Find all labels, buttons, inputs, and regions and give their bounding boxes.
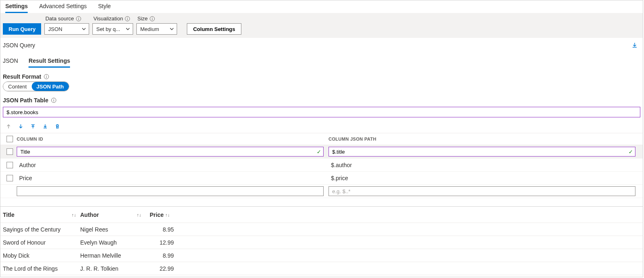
cell-title: The Lord of the Rings [3, 265, 80, 272]
column-actions [0, 117, 643, 133]
sort-icon: ↑↓ [72, 212, 76, 217]
cell-price: 8.99 [145, 252, 174, 259]
cell-author: J. R. R. Tolkien [80, 265, 145, 272]
svg-point-13 [53, 99, 54, 99]
delete-icon[interactable] [54, 123, 61, 130]
chevron-down-icon [169, 26, 174, 31]
row-checkbox[interactable] [7, 175, 13, 181]
result-format-json-path[interactable]: JSON Path [32, 82, 69, 91]
results-row[interactable]: Sword of HonourEvelyn Waugh12.99 [0, 236, 643, 249]
column-id-text: Author [17, 162, 36, 168]
tab-style[interactable]: Style [98, 3, 111, 13]
move-to-top-icon[interactable] [30, 123, 36, 130]
svg-point-4 [127, 17, 128, 18]
svg-point-7 [152, 17, 152, 18]
results-header-price[interactable]: Price ↑↓ [145, 212, 174, 218]
visualization-select[interactable]: Set by q... [92, 23, 133, 35]
cell-price: 12.99 [145, 239, 174, 246]
run-query-button[interactable]: Run Query [3, 23, 41, 35]
results-row[interactable]: The Lord of the RingsJ. R. R. Tolkien22.… [0, 262, 643, 275]
size-select[interactable]: Medium [136, 23, 177, 35]
sort-icon: ↑↓ [165, 212, 170, 217]
svg-rect-11 [46, 76, 47, 78]
checkmark-icon: ✓ [317, 149, 321, 155]
download-icon[interactable] [631, 42, 638, 49]
svg-point-1 [78, 17, 79, 18]
visualization-label: Visualization [92, 15, 133, 22]
results-row[interactable]: Moby DickHerman Melville8.99 [0, 249, 643, 262]
tab-advanced-settings[interactable]: Advanced Settings [39, 3, 87, 13]
row-checkbox[interactable] [7, 148, 13, 155]
cell-author: Herman Melville [80, 252, 145, 259]
svg-rect-2 [78, 18, 79, 20]
json-path-table-input[interactable] [3, 107, 640, 117]
tab-settings[interactable]: Settings [5, 3, 28, 13]
info-icon [51, 97, 57, 103]
new-column-id-input[interactable] [17, 186, 324, 196]
sort-icon: ↑↓ [137, 212, 141, 217]
column-path-text: $.price [329, 175, 348, 181]
column-settings-button[interactable]: Column Settings [187, 23, 241, 35]
svg-point-10 [46, 75, 46, 76]
cell-title: Moby Dick [3, 252, 80, 259]
top-tabs: Settings Advanced Settings Style [0, 0, 643, 13]
move-down-icon[interactable] [18, 123, 24, 130]
cell-author: Nigel Rees [80, 226, 145, 233]
result-format-toggle: Content JSON Path [3, 82, 69, 91]
result-format-content[interactable]: Content [3, 82, 32, 91]
row-checkbox[interactable] [7, 162, 13, 168]
result-format-label: Result Format [0, 68, 643, 82]
info-icon [76, 16, 81, 22]
json-query-label: JSON Query [3, 42, 35, 49]
column-row[interactable]: Price$.price [0, 172, 643, 185]
column-json-path-header[interactable]: COLUMN JSON PATH [329, 137, 640, 141]
cell-price: 22.99 [145, 265, 174, 272]
results-table: Title ↑↓ Author ↑↓ Price ↑↓ Sayings of t… [0, 206, 643, 275]
toolbar: Run Query Data source JSON Visualization… [0, 13, 643, 38]
move-up-icon[interactable] [5, 123, 12, 130]
column-row[interactable]: Author$.author [0, 159, 643, 172]
datasource-label: Data source [44, 15, 89, 22]
info-icon [149, 16, 155, 22]
column-id-input[interactable] [17, 147, 324, 157]
size-label: Size [136, 15, 177, 22]
cell-price: 8.95 [145, 226, 174, 233]
chevron-down-icon [125, 26, 130, 31]
column-path-input[interactable] [329, 147, 635, 157]
cell-title: Sayings of the Century [3, 226, 80, 233]
svg-rect-8 [152, 18, 152, 20]
chevron-down-icon [81, 26, 86, 31]
results-row[interactable]: Sayings of the CenturyNigel Rees8.95 [0, 223, 643, 236]
move-to-bottom-icon[interactable] [42, 123, 48, 130]
cell-author: Evelyn Waugh [80, 239, 145, 246]
results-header-title[interactable]: Title ↑↓ [3, 212, 80, 218]
subtab-json[interactable]: JSON [3, 57, 18, 68]
json-path-table-label: JSON Path Table [0, 91, 643, 105]
new-column-path-input[interactable] [329, 186, 635, 196]
column-id-text: Price [17, 175, 32, 181]
info-icon [125, 16, 130, 22]
column-id-header[interactable]: COLUMN ID [17, 137, 329, 141]
columns-table: COLUMN ID COLUMN JSON PATH ✓✓Author$.aut… [0, 133, 643, 198]
column-path-text: $.author [329, 162, 352, 168]
svg-rect-5 [127, 18, 128, 20]
new-column-row [0, 185, 643, 198]
select-all-checkbox[interactable] [7, 136, 13, 142]
subtab-result-settings[interactable]: Result Settings [28, 57, 70, 68]
results-header-author[interactable]: Author ↑↓ [80, 212, 145, 218]
svg-rect-14 [53, 100, 54, 101]
info-icon [44, 74, 49, 79]
column-row[interactable]: ✓✓ [0, 145, 643, 159]
cell-title: Sword of Honour [3, 239, 80, 246]
datasource-select[interactable]: JSON [44, 23, 89, 35]
checkmark-icon: ✓ [629, 149, 633, 155]
